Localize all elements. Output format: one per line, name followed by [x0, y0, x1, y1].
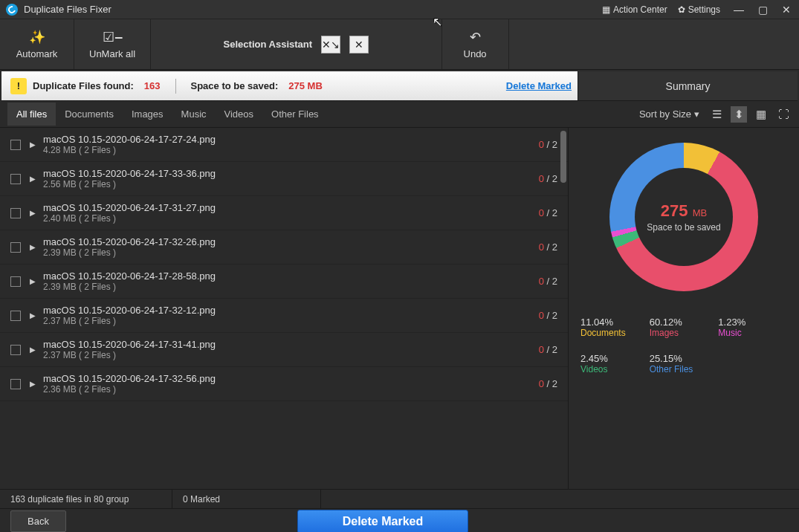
row-filename: macOS 10.15-2020-06-24-17-31-41.png — [43, 339, 539, 350]
action-center-button[interactable]: ▦ Action Center — [602, 4, 667, 15]
row-count: 0 / 2 — [539, 241, 557, 253]
selection-assistant-label: Selection Assistant — [224, 39, 312, 50]
row-checkbox[interactable] — [10, 345, 21, 355]
summary-title: Summary — [578, 71, 798, 100]
row-filename: macOS 10.15-2020-06-24-17-32-26.png — [43, 236, 539, 247]
table-row[interactable]: ▶macOS 10.15-2020-06-24-17-28-58.png2.39… — [0, 265, 568, 299]
row-checkbox[interactable] — [10, 140, 21, 150]
tab-music[interactable]: Music — [172, 103, 216, 126]
selection-assistant-group: Selection Assistant ✕↘ ✕ — [151, 19, 441, 69]
legend-documents-pct: 11.04% — [580, 317, 650, 328]
row-subinfo: 4.28 MB ( 2 Files ) — [43, 145, 539, 155]
donut-center: 275 MB Space to be saved — [635, 168, 733, 266]
found-count: 163 — [144, 80, 161, 91]
row-filename: macOS 10.15-2020-06-24-17-28-58.png — [43, 270, 539, 282]
tab-all-files[interactable]: All files — [7, 103, 56, 126]
wand-icon: ✨ — [29, 29, 45, 45]
row-filename: macOS 10.15-2020-06-24-17-31-27.png — [43, 202, 539, 213]
expand-icon[interactable]: ▶ — [30, 346, 36, 354]
expand-icon[interactable]: ▶ — [30, 175, 36, 183]
back-button[interactable]: Back — [10, 510, 66, 532]
tab-images[interactable]: Images — [123, 103, 172, 126]
view-detail-icon[interactable]: ⬍ — [731, 106, 747, 123]
row-filename: macOS 10.15-2020-06-24-17-32-12.png — [43, 305, 539, 316]
undo-button[interactable]: ↶ Undo — [442, 19, 509, 69]
maximize-button[interactable]: ▢ — [756, 3, 769, 16]
table-row[interactable]: ▶macOS 10.15-2020-06-24-17-31-41.png2.37… — [0, 333, 568, 367]
fullscreen-icon[interactable]: ⛶ — [775, 106, 792, 123]
view-grid-icon[interactable]: ▦ — [753, 106, 769, 123]
row-checkbox[interactable] — [10, 174, 21, 184]
marked-info: 0 Marked — [172, 490, 321, 508]
selection-tool-1-button[interactable]: ✕↘ — [321, 36, 340, 53]
expand-icon[interactable]: ▶ — [30, 243, 36, 251]
legend-music-label: Music — [718, 328, 787, 338]
app-title: Duplicate Files Fixer — [24, 4, 111, 15]
gear-icon: ✿ — [678, 4, 685, 15]
settings-button[interactable]: ✿ Settings — [678, 4, 720, 15]
automark-label: Automark — [16, 48, 58, 59]
tab-documents[interactable]: Documents — [56, 103, 123, 126]
donut-label: Space to be saved — [647, 222, 720, 233]
chevron-down-icon: ▾ — [694, 108, 699, 120]
divider — [175, 79, 176, 94]
row-checkbox[interactable] — [10, 242, 21, 253]
automark-button[interactable]: ✨ Automark — [0, 19, 74, 69]
summary-pane: 275 MB Space to be saved 11.04% Document… — [569, 128, 799, 489]
donut-value: 275 — [661, 201, 688, 220]
tab-other-files[interactable]: Other Files — [262, 103, 328, 126]
expand-icon[interactable]: ▶ — [30, 277, 36, 285]
tab-videos[interactable]: Videos — [216, 103, 263, 126]
row-checkbox[interactable] — [10, 311, 21, 321]
table-row[interactable]: ▶macOS 10.15-2020-06-24-17-32-12.png2.37… — [0, 299, 568, 333]
row-subinfo: 2.39 MB ( 2 Files ) — [43, 282, 539, 292]
table-row[interactable]: ▶macOS 10.15-2020-06-24-17-32-26.png2.39… — [0, 230, 568, 265]
row-subinfo: 2.40 MB ( 2 Files ) — [43, 213, 539, 224]
app-logo-icon — [6, 4, 18, 16]
space-label: Space to be saved: — [191, 80, 279, 91]
legend-images: 60.12% Images — [650, 317, 719, 338]
row-filename: macOS 10.15-2020-06-24-17-27-24.png — [43, 134, 539, 145]
expand-icon[interactable]: ▶ — [30, 311, 36, 319]
group-info: 163 duplicate files in 80 group — [0, 490, 172, 508]
unmark-all-label: UnMark all — [89, 48, 135, 59]
footer: 163 duplicate files in 80 group 0 Marked… — [0, 489, 799, 532]
minimize-button[interactable]: — — [732, 3, 745, 16]
view-list-icon[interactable]: ☰ — [708, 106, 725, 123]
table-row[interactable]: ▶macOS 10.15-2020-06-24-17-33-36.png2.56… — [0, 162, 568, 196]
undo-icon: ↶ — [470, 29, 481, 45]
row-checkbox[interactable] — [10, 276, 21, 287]
table-row[interactable]: ▶macOS 10.15-2020-06-24-17-31-27.png2.40… — [0, 196, 568, 230]
delete-marked-button[interactable]: Delete Marked — [297, 510, 469, 533]
expand-icon[interactable]: ▶ — [30, 209, 36, 217]
legend-documents-label: Documents — [580, 328, 650, 338]
action-center-label: Action Center — [613, 4, 667, 15]
sort-dropdown[interactable]: Sort by Size ▾ — [639, 108, 699, 120]
grid-icon: ▦ — [602, 4, 610, 15]
row-count: 0 / 2 — [539, 207, 557, 218]
legend-other-label: Other Files — [650, 364, 719, 374]
donut-unit: MB — [693, 207, 708, 218]
legend-other-pct: 25.15% — [650, 353, 719, 364]
close-button[interactable]: ✕ — [780, 3, 793, 16]
row-count: 0 / 2 — [539, 173, 557, 184]
scrollbar[interactable] — [560, 131, 566, 183]
table-row[interactable]: ▶macOS 10.15-2020-06-24-17-27-24.png4.28… — [0, 128, 568, 162]
checkbox-minus-icon: ☑‒ — [103, 29, 123, 45]
expand-icon[interactable]: ▶ — [30, 140, 36, 149]
settings-label: Settings — [688, 4, 720, 15]
row-checkbox[interactable] — [10, 208, 21, 218]
expand-icon[interactable]: ▶ — [30, 380, 36, 388]
filter-tabs: All files Documents Images Music Videos … — [0, 101, 799, 128]
row-checkbox[interactable] — [10, 379, 21, 389]
delete-marked-link[interactable]: Delete Marked — [506, 80, 572, 91]
space-value: 275 MB — [288, 80, 323, 91]
legend-images-label: Images — [650, 328, 719, 338]
warning-icon: ! — [10, 78, 27, 94]
found-label: Duplicate Files found: — [33, 80, 134, 91]
legend-videos-label: Videos — [580, 364, 650, 374]
table-row[interactable]: ▶macOS 10.15-2020-06-24-17-32-56.png2.36… — [0, 367, 568, 401]
row-count: 0 / 2 — [539, 378, 557, 389]
unmark-all-button[interactable]: ☑‒ UnMark all — [74, 19, 151, 69]
selection-tool-2-button[interactable]: ✕ — [349, 36, 369, 53]
